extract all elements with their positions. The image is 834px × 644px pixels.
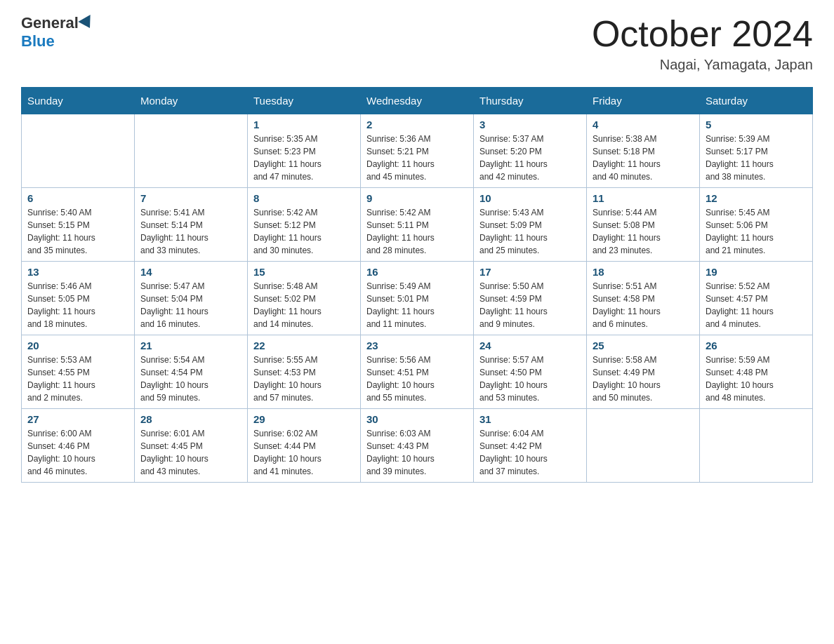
day-number: 20 bbox=[27, 340, 128, 351]
day-number: 24 bbox=[479, 340, 581, 351]
column-header-saturday: Saturday bbox=[700, 88, 813, 114]
day-number: 7 bbox=[140, 192, 241, 204]
day-info: Sunrise: 5:57 AMSunset: 4:50 PMDaylight:… bbox=[479, 354, 581, 404]
calendar-header-row: SundayMondayTuesdayWednesdayThursdayFrid… bbox=[22, 88, 813, 114]
day-info: Sunrise: 5:42 AMSunset: 5:11 PMDaylight:… bbox=[366, 206, 468, 257]
calendar-cell: 23Sunrise: 5:56 AMSunset: 4:51 PMDayligh… bbox=[361, 335, 474, 409]
calendar-cell: 22Sunrise: 5:55 AMSunset: 4:53 PMDayligh… bbox=[248, 335, 361, 409]
calendar-week-row: 13Sunrise: 5:46 AMSunset: 5:05 PMDayligh… bbox=[22, 262, 813, 335]
calendar-cell: 27Sunrise: 6:00 AMSunset: 4:46 PMDayligh… bbox=[22, 409, 135, 483]
day-info: Sunrise: 5:39 AMSunset: 5:17 PMDaylight:… bbox=[706, 133, 807, 183]
day-number: 26 bbox=[706, 340, 807, 351]
calendar-cell: 24Sunrise: 5:57 AMSunset: 4:50 PMDayligh… bbox=[474, 335, 587, 409]
calendar-cell: 7Sunrise: 5:41 AMSunset: 5:14 PMDaylight… bbox=[135, 188, 248, 262]
day-info: Sunrise: 5:55 AMSunset: 4:53 PMDaylight:… bbox=[253, 354, 355, 404]
day-number: 4 bbox=[593, 119, 694, 130]
day-info: Sunrise: 5:38 AMSunset: 5:18 PMDaylight:… bbox=[593, 133, 694, 183]
logo-arrow-icon bbox=[78, 15, 95, 32]
day-info: Sunrise: 5:47 AMSunset: 5:04 PMDaylight:… bbox=[140, 280, 241, 330]
calendar-cell: 11Sunrise: 5:44 AMSunset: 5:08 PMDayligh… bbox=[587, 188, 700, 262]
calendar-cell: 31Sunrise: 6:04 AMSunset: 4:42 PMDayligh… bbox=[474, 409, 587, 483]
day-info: Sunrise: 5:42 AMSunset: 5:12 PMDaylight:… bbox=[253, 206, 355, 257]
calendar-cell: 26Sunrise: 5:59 AMSunset: 4:48 PMDayligh… bbox=[700, 335, 813, 409]
day-info: Sunrise: 5:35 AMSunset: 5:23 PMDaylight:… bbox=[253, 133, 355, 183]
calendar-cell: 12Sunrise: 5:45 AMSunset: 5:06 PMDayligh… bbox=[700, 188, 813, 262]
calendar-cell: 17Sunrise: 5:50 AMSunset: 4:59 PMDayligh… bbox=[474, 262, 587, 335]
day-number: 14 bbox=[140, 266, 241, 278]
day-number: 10 bbox=[479, 192, 581, 204]
day-info: Sunrise: 5:53 AMSunset: 4:55 PMDaylight:… bbox=[27, 354, 128, 404]
calendar-cell: 5Sunrise: 5:39 AMSunset: 5:17 PMDaylight… bbox=[700, 114, 813, 188]
day-number: 9 bbox=[366, 192, 468, 204]
calendar-week-row: 20Sunrise: 5:53 AMSunset: 4:55 PMDayligh… bbox=[22, 335, 813, 409]
calendar-cell: 3Sunrise: 5:37 AMSunset: 5:20 PMDaylight… bbox=[474, 114, 587, 188]
calendar-week-row: 27Sunrise: 6:00 AMSunset: 4:46 PMDayligh… bbox=[22, 409, 813, 483]
day-number: 22 bbox=[253, 340, 355, 351]
calendar-cell: 20Sunrise: 5:53 AMSunset: 4:55 PMDayligh… bbox=[22, 335, 135, 409]
header: General Blue October 2024 Nagai, Yamagat… bbox=[21, 14, 813, 73]
calendar-cell: 21Sunrise: 5:54 AMSunset: 4:54 PMDayligh… bbox=[135, 335, 248, 409]
day-info: Sunrise: 5:58 AMSunset: 4:49 PMDaylight:… bbox=[593, 354, 694, 404]
day-info: Sunrise: 5:52 AMSunset: 4:57 PMDaylight:… bbox=[706, 280, 807, 330]
day-info: Sunrise: 5:44 AMSunset: 5:08 PMDaylight:… bbox=[593, 206, 694, 257]
calendar-cell: 30Sunrise: 6:03 AMSunset: 4:43 PMDayligh… bbox=[361, 409, 474, 483]
calendar-table: SundayMondayTuesdayWednesdayThursdayFrid… bbox=[21, 87, 813, 483]
day-info: Sunrise: 6:03 AMSunset: 4:43 PMDaylight:… bbox=[366, 427, 468, 478]
calendar-cell bbox=[135, 114, 248, 188]
day-info: Sunrise: 5:45 AMSunset: 5:06 PMDaylight:… bbox=[706, 206, 807, 257]
day-info: Sunrise: 6:01 AMSunset: 4:45 PMDaylight:… bbox=[140, 427, 241, 478]
day-info: Sunrise: 5:49 AMSunset: 5:01 PMDaylight:… bbox=[366, 280, 468, 330]
day-number: 2 bbox=[366, 119, 468, 130]
calendar-cell: 9Sunrise: 5:42 AMSunset: 5:11 PMDaylight… bbox=[361, 188, 474, 262]
day-number: 12 bbox=[706, 192, 807, 204]
calendar-cell bbox=[700, 409, 813, 483]
day-info: Sunrise: 5:48 AMSunset: 5:02 PMDaylight:… bbox=[253, 280, 355, 330]
day-info: Sunrise: 6:00 AMSunset: 4:46 PMDaylight:… bbox=[27, 427, 128, 478]
day-info: Sunrise: 5:40 AMSunset: 5:15 PMDaylight:… bbox=[27, 206, 128, 257]
logo-blue-text: Blue bbox=[21, 32, 55, 51]
calendar-cell: 14Sunrise: 5:47 AMSunset: 5:04 PMDayligh… bbox=[135, 262, 248, 335]
column-header-tuesday: Tuesday bbox=[248, 88, 361, 114]
calendar-cell bbox=[22, 114, 135, 188]
calendar-cell: 4Sunrise: 5:38 AMSunset: 5:18 PMDaylight… bbox=[587, 114, 700, 188]
column-header-wednesday: Wednesday bbox=[361, 88, 474, 114]
logo: General Blue bbox=[21, 14, 95, 51]
day-number: 3 bbox=[479, 119, 581, 130]
day-info: Sunrise: 6:04 AMSunset: 4:42 PMDaylight:… bbox=[479, 427, 581, 478]
day-number: 18 bbox=[593, 266, 694, 278]
day-number: 19 bbox=[706, 266, 807, 278]
day-number: 8 bbox=[253, 192, 355, 204]
day-number: 1 bbox=[253, 119, 355, 130]
day-number: 29 bbox=[253, 413, 355, 425]
calendar-cell: 29Sunrise: 6:02 AMSunset: 4:44 PMDayligh… bbox=[248, 409, 361, 483]
logo-general-text: General bbox=[21, 14, 79, 32]
location-title: Nagai, Yamagata, Japan bbox=[592, 57, 813, 73]
day-info: Sunrise: 5:54 AMSunset: 4:54 PMDaylight:… bbox=[140, 354, 241, 404]
day-number: 23 bbox=[366, 340, 468, 351]
day-number: 17 bbox=[479, 266, 581, 278]
day-number: 21 bbox=[140, 340, 241, 351]
calendar-cell: 2Sunrise: 5:36 AMSunset: 5:21 PMDaylight… bbox=[361, 114, 474, 188]
calendar-cell: 8Sunrise: 5:42 AMSunset: 5:12 PMDaylight… bbox=[248, 188, 361, 262]
day-info: Sunrise: 5:37 AMSunset: 5:20 PMDaylight:… bbox=[479, 133, 581, 183]
calendar-week-row: 1Sunrise: 5:35 AMSunset: 5:23 PMDaylight… bbox=[22, 114, 813, 188]
calendar-cell: 6Sunrise: 5:40 AMSunset: 5:15 PMDaylight… bbox=[22, 188, 135, 262]
calendar-cell: 18Sunrise: 5:51 AMSunset: 4:58 PMDayligh… bbox=[587, 262, 700, 335]
calendar-cell bbox=[587, 409, 700, 483]
day-number: 13 bbox=[27, 266, 128, 278]
column-header-sunday: Sunday bbox=[22, 88, 135, 114]
day-number: 6 bbox=[27, 192, 128, 204]
calendar-cell: 15Sunrise: 5:48 AMSunset: 5:02 PMDayligh… bbox=[248, 262, 361, 335]
day-info: Sunrise: 5:50 AMSunset: 4:59 PMDaylight:… bbox=[479, 280, 581, 330]
day-info: Sunrise: 6:02 AMSunset: 4:44 PMDaylight:… bbox=[253, 427, 355, 478]
calendar-cell: 13Sunrise: 5:46 AMSunset: 5:05 PMDayligh… bbox=[22, 262, 135, 335]
day-number: 15 bbox=[253, 266, 355, 278]
day-number: 25 bbox=[593, 340, 694, 351]
day-number: 28 bbox=[140, 413, 241, 425]
day-number: 11 bbox=[593, 192, 694, 204]
day-info: Sunrise: 5:56 AMSunset: 4:51 PMDaylight:… bbox=[366, 354, 468, 404]
day-number: 31 bbox=[479, 413, 581, 425]
calendar-cell: 16Sunrise: 5:49 AMSunset: 5:01 PMDayligh… bbox=[361, 262, 474, 335]
day-number: 5 bbox=[706, 119, 807, 130]
day-info: Sunrise: 5:43 AMSunset: 5:09 PMDaylight:… bbox=[479, 206, 581, 257]
